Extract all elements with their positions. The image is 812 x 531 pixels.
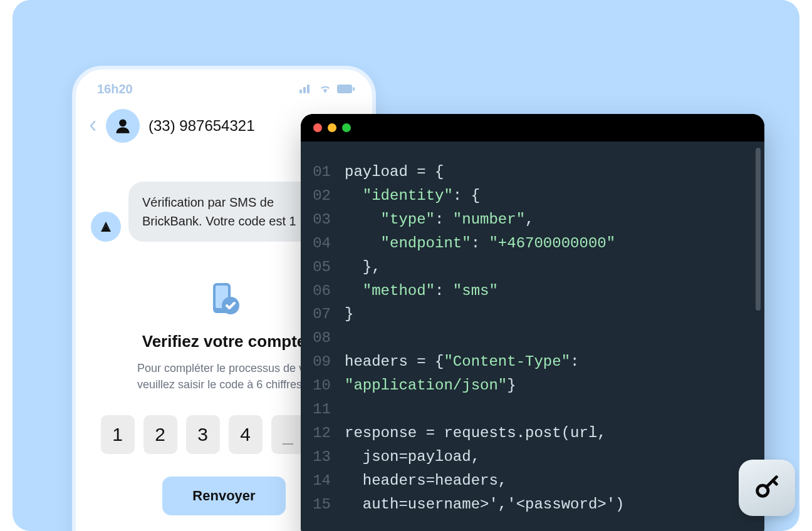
phone-status-bar: 16h20 (76, 70, 372, 100)
code-editor: 01payload = {02 "identity": {03 "type": … (301, 142, 764, 531)
code-line: 05 }, (301, 255, 764, 279)
code-text: response = requests.post(url, (345, 421, 606, 445)
line-number: 08 (301, 326, 345, 350)
window-maximize-icon[interactable] (342, 123, 351, 132)
svg-rect-1 (303, 87, 306, 93)
svg-rect-3 (337, 85, 352, 93)
code-line: 06 "method": "sms" (301, 279, 764, 303)
signal-icon (299, 82, 313, 96)
line-number: 04 (301, 232, 345, 255)
line-number: 02 (301, 184, 345, 208)
code-line: 13 json=payload, (301, 445, 764, 469)
code-text: }, (345, 255, 381, 279)
code-content: 01payload = {02 "identity": {03 "type": … (301, 160, 764, 517)
code-line: 07} (301, 302, 764, 326)
otp-digit[interactable]: 2 (143, 415, 177, 454)
svg-line-11 (773, 480, 777, 484)
window-titlebar (301, 114, 764, 142)
line-number: 13 (301, 445, 345, 469)
svg-rect-2 (307, 85, 310, 93)
line-number: 10 (301, 374, 345, 398)
code-text: auth=username>','<password>') (345, 493, 624, 517)
sender-avatar (91, 212, 121, 242)
code-text: "method": "sms" (345, 279, 498, 303)
line-number: 14 (301, 469, 345, 493)
contact-number: (33) 987654321 (148, 117, 254, 135)
otp-digit[interactable]: 3 (186, 415, 220, 454)
code-window: 01payload = {02 "identity": {03 "type": … (301, 114, 764, 531)
line-number: 15 (301, 493, 345, 517)
contact-avatar (106, 109, 140, 143)
code-line: 10"application/json"} (301, 374, 764, 398)
code-line: 04 "endpoint": "+46700000000" (301, 232, 764, 255)
code-line: 14 headers=headers, (301, 469, 764, 493)
otp-digit[interactable]: 4 (229, 415, 263, 454)
code-text: headers=headers, (345, 469, 507, 493)
line-number: 12 (301, 421, 345, 445)
line-number: 01 (301, 160, 345, 184)
line-number: 05 (301, 255, 345, 279)
line-number: 06 (301, 279, 345, 303)
code-line: 12response = requests.post(url, (301, 421, 764, 445)
code-line: 03 "type": "number", (301, 208, 764, 232)
key-icon (752, 472, 781, 503)
svg-rect-0 (299, 90, 302, 93)
hero-canvas: 16h20 (33) 987654321 (13, 0, 799, 531)
code-line: 08 (301, 326, 764, 350)
code-text: "endpoint": "+46700000000" (345, 232, 615, 255)
wifi-icon (318, 82, 332, 96)
code-text: } (345, 302, 353, 326)
window-minimize-icon[interactable] (328, 123, 336, 132)
line-number: 03 (301, 208, 345, 232)
code-text: json=payload, (345, 445, 480, 469)
code-text: "identity": { (345, 184, 480, 208)
sms-bubble: Vérification par SMS de BrickBank. Votre… (128, 182, 329, 242)
code-text: headers = {"Content-Type": (345, 350, 579, 374)
scrollbar[interactable] (756, 148, 761, 311)
window-close-icon[interactable] (313, 123, 322, 132)
code-line: 09headers = {"Content-Type": (301, 350, 764, 374)
svg-rect-4 (353, 87, 355, 91)
code-line: 11 (301, 398, 764, 421)
line-number: 07 (301, 302, 345, 326)
back-icon[interactable] (88, 120, 97, 132)
key-fab-button[interactable] (739, 460, 795, 516)
otp-digit[interactable]: _ (271, 415, 305, 454)
line-number: 11 (301, 398, 345, 421)
battery-icon (337, 82, 355, 96)
status-time: 16h20 (97, 82, 133, 96)
status-icons (299, 82, 355, 96)
code-line: 01payload = { (301, 160, 764, 184)
code-text: "type": "number", (345, 208, 534, 232)
code-text: "application/json"} (345, 374, 516, 398)
code-line: 15 auth=username>','<password>') (301, 493, 764, 517)
otp-digit[interactable]: 1 (101, 415, 135, 454)
code-line: 02 "identity": { (301, 184, 764, 208)
svg-point-5 (119, 120, 127, 127)
resend-button[interactable]: Renvoyer (162, 477, 285, 515)
code-text: payload = { (345, 160, 444, 184)
line-number: 09 (301, 350, 345, 374)
